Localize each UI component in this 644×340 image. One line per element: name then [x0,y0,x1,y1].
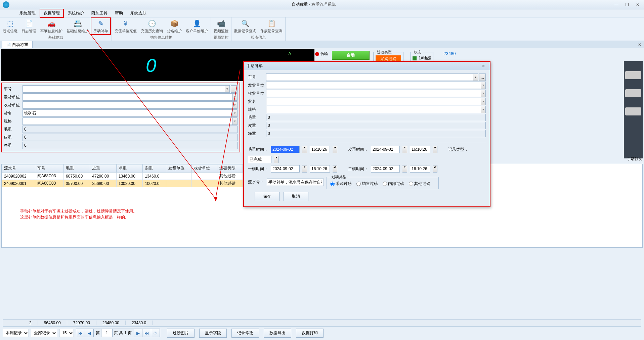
close-icon[interactable]: ✕ [636,2,641,7]
dlg-tare-input[interactable] [266,122,486,129]
dropdown-icon[interactable]: ▾ [233,93,238,101]
vehicle-input[interactable] [23,85,225,93]
footer-数据导出[interactable]: 数据导出 [264,329,291,338]
spinner-icon[interactable]: ▾ [402,165,407,173]
dropdown-icon[interactable]: ▾ [481,98,486,105]
first-page-button[interactable]: ⏮ [76,329,85,337]
dropdown-icon[interactable]: ▾ [225,85,230,93]
date-filter-select[interactable]: 本周记录 [3,329,29,337]
ribbon-磅点信息[interactable]: ⬚磅点信息 [1,17,19,35]
dropdown-icon[interactable]: ▾ [233,101,238,109]
menu-item[interactable]: 系统皮肤 [127,9,150,17]
page-input[interactable] [101,329,113,337]
prev-page-button[interactable]: ◀ [85,329,94,337]
pagesize-select[interactable]: 15 [59,329,74,337]
menu-item[interactable]: 附加工具 [88,9,111,17]
ribbon-充值历史查询[interactable]: 🕓充值历史查询 [139,17,165,35]
dlg-spec-input[interactable] [266,106,481,113]
dialog-close-icon[interactable]: ✕ [482,64,487,68]
dlg-gross-input[interactable] [266,114,486,121]
footer-数据打印[interactable]: 数据打印 [296,329,324,338]
gross-date-input[interactable] [271,146,300,153]
second-time-input[interactable] [410,165,430,173]
ribbon-客户单价维护[interactable]: 👤客户单价维护 [184,17,210,35]
footer-显示字段[interactable]: 显示字段 [199,329,227,338]
col-header[interactable]: 毛重 [64,164,90,173]
col-header[interactable]: 净重 [116,164,142,173]
tare-time-input[interactable] [410,146,430,153]
spinner-icon[interactable]: ▴▾ [333,146,337,153]
spinner-icon[interactable]: ▾ [274,156,279,163]
col-header[interactable]: 发货单位 [166,164,192,173]
dlg-goods-input[interactable] [266,98,481,105]
wtype-radio[interactable]: 内部过磅 [383,181,404,187]
dlg-vehicle-input[interactable] [266,74,473,81]
spinner-icon[interactable]: ▾ [302,165,307,173]
lookup-button[interactable]: … [231,85,238,93]
shipper-input[interactable] [23,93,233,101]
tab-autoweigh[interactable]: 📄 自动称重 [2,41,33,48]
gross-input[interactable] [23,126,238,133]
dlg-receiver-input[interactable] [266,90,481,97]
second-date-input[interactable] [371,165,400,173]
dropdown-icon[interactable]: ▾ [481,82,486,89]
next-page-button[interactable]: ▶ [134,329,142,337]
spinner-icon[interactable]: ▴▾ [433,146,437,153]
first-time-input[interactable] [310,165,330,173]
col-header[interactable]: 皮重 [90,164,116,173]
menu-item[interactable]: 系统管理 [16,9,39,17]
goods-input[interactable] [23,109,233,117]
spinner-icon[interactable]: ▾ [302,146,307,153]
dropdown-icon[interactable]: ▾ [481,90,486,97]
footer-过磅图片[interactable]: 过磅图片 [167,329,195,338]
spinner-icon[interactable]: ▴▾ [333,165,337,173]
minimize-icon[interactable]: — [614,2,620,7]
menu-item[interactable]: 帮助 [112,9,126,17]
serial-input[interactable] [267,179,324,186]
tare-input[interactable] [23,134,238,141]
dialog-titlebar[interactable]: 手动补单 ✕ [244,62,490,70]
ribbon-作废记录查询[interactable]: 📋作废记录查询 [258,17,285,35]
col-header[interactable]: 流水号 [2,164,35,173]
net-input[interactable] [23,142,238,149]
menu-item[interactable]: 系统维护 [65,9,87,17]
ribbon-视频监控[interactable]: 📹视频监控 [212,17,230,35]
first-date-input[interactable] [271,165,300,173]
wtype-radio[interactable]: 其他过磅 [409,181,430,187]
type-filter-select[interactable]: 全部记录 [31,329,57,337]
tare-date-input[interactable] [371,146,400,153]
dropdown-icon[interactable]: ▾ [481,106,486,113]
ribbon-货名维护[interactable]: 📦货名维护 [165,17,184,35]
dlg-net-input[interactable] [266,130,486,137]
wtype-radio[interactable]: 采购过磅 [330,181,352,187]
tab-close-icon[interactable]: ✕ [635,42,644,47]
ribbon-日志管理[interactable]: 📄日志管理 [19,17,38,35]
col-header[interactable]: 车号 [35,164,64,173]
gross-time-input[interactable] [310,146,330,153]
last-page-button[interactable]: ⏭ [142,329,151,337]
dlg-shipper-input[interactable] [266,82,481,89]
ribbon-基础信息维护[interactable]: 📇基础信息维护 [65,17,91,35]
refresh-button[interactable]: ⟳ [151,329,160,337]
dropdown-icon[interactable]: ▾ [473,74,478,81]
ribbon-数据记录查询[interactable]: 🔍数据记录查询 [232,17,258,35]
save-button[interactable]: 保存 [255,192,280,201]
dropdown-icon[interactable]: ▾ [233,117,238,125]
receiver-input[interactable] [23,101,233,109]
spinner-icon[interactable]: ▾ [402,146,407,153]
footer-记录修改[interactable]: 记录修改 [231,329,259,338]
col-header[interactable]: 收货单位 [191,164,217,173]
dropdown-icon[interactable]: ▾ [233,109,238,117]
record-type-select[interactable] [248,156,271,163]
col-header[interactable]: 过磅类型 [217,164,243,173]
lookup-button[interactable]: … [479,74,486,81]
spinner-icon[interactable]: ▴▾ [433,165,437,173]
ribbon-充值单位充值[interactable]: ¥充值单位充值 [113,17,139,35]
col-header[interactable]: 实重 [143,164,166,173]
cancel-button[interactable]: 取消 [284,192,308,201]
menu-item[interactable]: 数据管理 [40,9,64,18]
wtype-radio[interactable]: 销售过磅 [356,181,378,187]
ribbon-车辆信息维护[interactable]: 🚗车辆信息维护 [38,17,65,35]
ribbon-手动补单[interactable]: ✎手动补单 [91,17,111,35]
spec-input[interactable] [23,117,233,125]
